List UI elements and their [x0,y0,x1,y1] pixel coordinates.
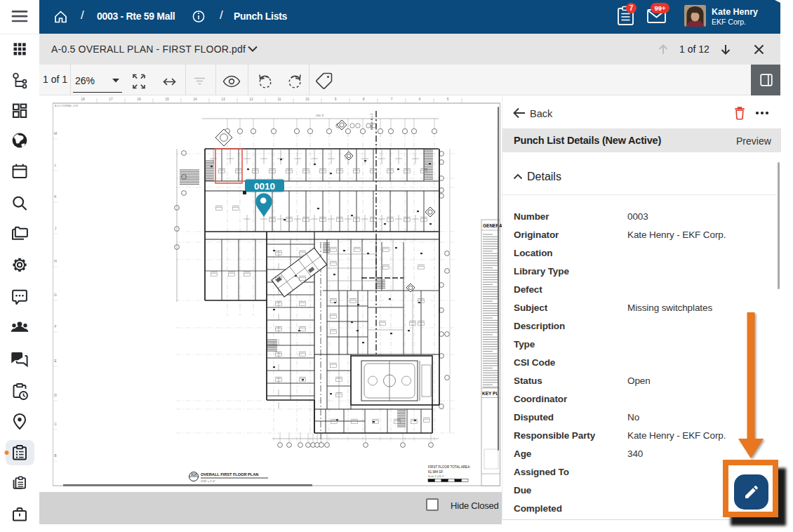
svg-text:OVERALL FIRST FLOOR PLAN: OVERALL FIRST FLOOR PLAN [201,472,258,477]
svg-text:FIRST FLOOR TOTAL AREA:: FIRST FLOOR TOTAL AREA: [428,465,471,469]
svg-text:7: 7 [391,98,393,101]
svg-text:13: 13 [221,98,225,101]
svg-text:18: 18 [81,98,85,101]
svg-text:L: L [55,163,57,167]
svg-text:200′-4″: 200′-4″ [316,114,324,117]
svg-text:8: 8 [363,98,365,101]
svg-text:6: 6 [419,98,421,101]
svg-text:B: B [54,453,57,458]
svg-text:A-0.5 OVERALL 1/16: A-0.5 OVERALL 1/16 [55,105,78,107]
svg-text:D: D [54,393,57,397]
svg-text:F: F [54,324,56,328]
svg-text:12: 12 [249,98,253,101]
svg-text:J: J [55,226,57,230]
svg-text:17: 17 [109,98,113,101]
svg-text:15: 15 [165,98,169,101]
svg-text:16: 16 [137,98,141,101]
svg-text:0010: 0010 [254,181,275,192]
svg-text:AREA / A-1.3: AREA / A-1.3 [370,113,373,130]
svg-text:KEY PL: KEY PL [482,391,498,396]
svg-text:10: 10 [305,98,309,101]
svg-text:9: 9 [335,98,337,101]
svg-text:1/16″ = 1′-0″: 1/16″ = 1′-0″ [201,480,215,483]
svg-text:A14: A14 [191,473,197,477]
svg-text:5: 5 [447,98,449,101]
svg-text:Scale 1″=16′-0″: Scale 1″=16′-0″ [428,475,445,478]
svg-text:K: K [54,194,57,199]
svg-text:G: G [54,293,57,297]
svg-text:H: H [54,259,57,263]
svg-text:61,984 SF: 61,984 SF [428,470,443,474]
svg-text:11: 11 [278,98,281,101]
svg-text:E: E [54,359,57,363]
svg-text:M: M [54,131,57,135]
svg-text:C: C [54,422,57,426]
svg-text:14: 14 [193,98,197,101]
